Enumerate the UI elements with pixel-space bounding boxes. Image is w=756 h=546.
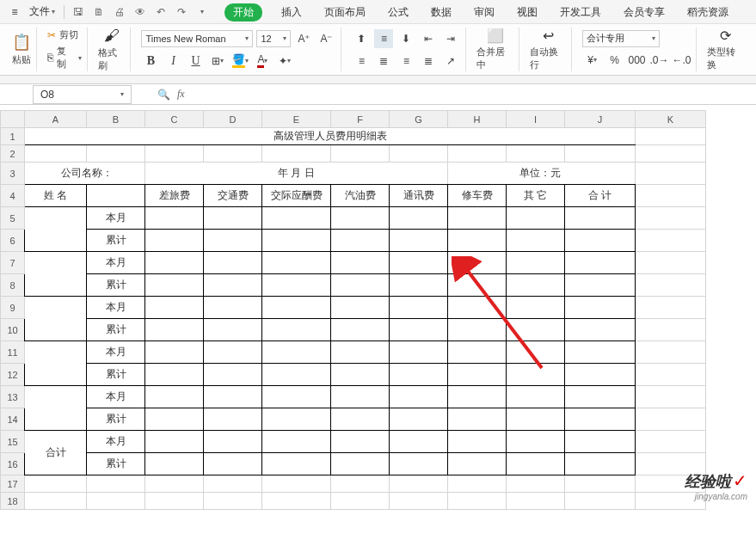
row-header-18[interactable]: 18: [1, 493, 25, 510]
table-header[interactable]: 修车费: [448, 185, 507, 207]
data-cell[interactable]: [331, 453, 390, 475]
comma-button[interactable]: 000: [627, 51, 646, 70]
data-cell[interactable]: [390, 364, 448, 386]
align-justify-button[interactable]: ≣: [419, 52, 438, 71]
data-cell[interactable]: [390, 453, 448, 475]
data-cell[interactable]: [145, 341, 204, 364]
period-cell[interactable]: 累计: [87, 408, 145, 431]
data-cell[interactable]: [145, 274, 204, 297]
cell[interactable]: [145, 145, 204, 163]
search-icon[interactable]: 🔍: [157, 89, 170, 101]
cell[interactable]: [448, 493, 507, 510]
period-cell[interactable]: 本月: [87, 297, 145, 319]
cell[interactable]: [87, 493, 145, 510]
table-header[interactable]: 其 它: [507, 185, 565, 207]
col-header-E[interactable]: E: [262, 111, 331, 128]
phonetic-button[interactable]: ✦▾: [275, 52, 294, 71]
table-header[interactable]: [87, 185, 145, 207]
data-cell[interactable]: [565, 386, 636, 408]
fill-color-button[interactable]: 🪣▾: [230, 52, 249, 71]
cell[interactable]: [448, 145, 507, 163]
data-cell[interactable]: [507, 453, 565, 475]
merge-center-button[interactable]: ⬜ 合并居中: [476, 28, 513, 71]
data-cell[interactable]: [390, 252, 448, 274]
period-cell[interactable]: 累计: [87, 364, 145, 386]
row-header-10[interactable]: 10: [1, 319, 25, 341]
data-cell[interactable]: [507, 230, 565, 252]
row-header-9[interactable]: 9: [1, 297, 25, 319]
border-button[interactable]: ⊞▾: [208, 52, 227, 71]
data-cell[interactable]: [262, 364, 331, 386]
cell[interactable]: [565, 493, 636, 510]
data-cell[interactable]: [448, 252, 507, 274]
cell[interactable]: [262, 145, 331, 163]
cell[interactable]: [331, 493, 390, 510]
cell[interactable]: [448, 475, 507, 493]
cell[interactable]: [25, 493, 87, 510]
cell[interactable]: [507, 145, 565, 163]
data-cell[interactable]: [204, 252, 262, 274]
data-cell[interactable]: [262, 207, 331, 230]
data-cell[interactable]: [507, 364, 565, 386]
data-cell[interactable]: [145, 319, 204, 341]
row-header-17[interactable]: 17: [1, 475, 25, 493]
period-cell[interactable]: 累计: [87, 230, 145, 252]
font-name-select[interactable]: Times New Roman ▾: [141, 30, 253, 47]
period-cell[interactable]: 本月: [87, 431, 145, 453]
cell[interactable]: [636, 341, 706, 364]
cell[interactable]: [25, 145, 87, 163]
data-cell[interactable]: [331, 431, 390, 453]
data-cell[interactable]: [565, 431, 636, 453]
row-header-4[interactable]: 4: [1, 185, 25, 207]
company-name[interactable]: 公司名称：: [25, 163, 145, 185]
undo-icon[interactable]: ↶: [152, 3, 169, 21]
data-cell[interactable]: [565, 453, 636, 475]
row-header-3[interactable]: 3: [1, 163, 25, 185]
title-cell[interactable]: 高级管理人员费用明细表: [25, 128, 636, 145]
date-cell[interactable]: 年 月 日: [145, 163, 448, 185]
preview-icon[interactable]: 👁: [132, 3, 149, 21]
italic-button[interactable]: I: [163, 52, 182, 71]
data-cell[interactable]: [448, 274, 507, 297]
period-cell[interactable]: 本月: [87, 207, 145, 230]
print-icon[interactable]: 🖨: [111, 3, 128, 21]
cell[interactable]: [507, 493, 565, 510]
data-cell[interactable]: [507, 319, 565, 341]
cell[interactable]: [262, 493, 331, 510]
cell[interactable]: [636, 145, 706, 163]
percent-button[interactable]: %: [605, 51, 624, 70]
cell[interactable]: [636, 128, 706, 145]
tab-insert[interactable]: 插入: [278, 3, 305, 21]
indent-dec-button[interactable]: ⇤: [419, 29, 438, 48]
table-header[interactable]: 通讯费: [390, 185, 448, 207]
data-cell[interactable]: [565, 230, 636, 252]
decrease-decimal-button[interactable]: ←.0: [672, 51, 691, 70]
row-header-13[interactable]: 13: [1, 386, 25, 408]
col-header-C[interactable]: C: [145, 111, 204, 128]
align-left-button[interactable]: ≡: [352, 52, 371, 71]
row-header-11[interactable]: 11: [1, 341, 25, 364]
data-cell[interactable]: [204, 408, 262, 431]
number-format-select[interactable]: 会计专用 ▾: [582, 30, 660, 47]
name-cell[interactable]: [25, 252, 87, 297]
cell[interactable]: [565, 475, 636, 493]
cell[interactable]: [636, 252, 706, 274]
data-cell[interactable]: [390, 431, 448, 453]
data-cell[interactable]: [262, 274, 331, 297]
cell[interactable]: [636, 431, 706, 453]
align-top-button[interactable]: ⬆: [352, 29, 371, 48]
row-header-15[interactable]: 15: [1, 431, 25, 453]
cell[interactable]: [507, 475, 565, 493]
data-cell[interactable]: [507, 207, 565, 230]
data-cell[interactable]: [448, 230, 507, 252]
cell[interactable]: [204, 145, 262, 163]
increase-font-button[interactable]: A⁺: [294, 29, 313, 48]
type-convert-button[interactable]: ⟳ 类型转换: [707, 28, 744, 71]
data-cell[interactable]: [565, 319, 636, 341]
data-cell[interactable]: [204, 274, 262, 297]
data-cell[interactable]: [507, 341, 565, 364]
data-cell[interactable]: [331, 274, 390, 297]
cell[interactable]: [636, 274, 706, 297]
cell[interactable]: [87, 475, 145, 493]
orientation-button[interactable]: ↗: [441, 52, 460, 71]
